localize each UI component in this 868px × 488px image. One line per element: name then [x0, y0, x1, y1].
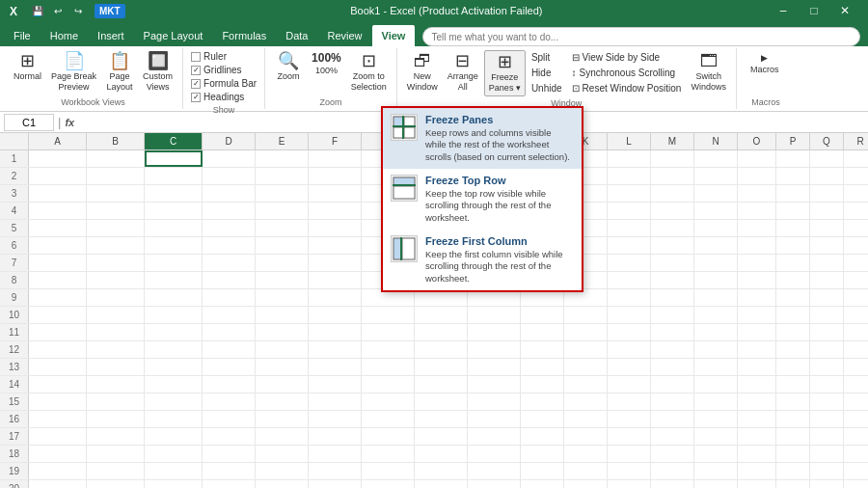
cell-B20[interactable]	[87, 480, 145, 488]
col-header-b[interactable]: B	[87, 133, 145, 149]
cell-A14[interactable]	[29, 376, 87, 393]
cell-L19[interactable]	[608, 463, 651, 479]
cell-E9[interactable]	[256, 289, 309, 306]
cell-C12[interactable]	[145, 341, 203, 358]
cell-D12[interactable]	[203, 341, 256, 358]
cell-R18[interactable]	[844, 446, 868, 462]
cell-K15[interactable]	[564, 393, 608, 410]
cell-N9[interactable]	[694, 289, 738, 306]
cell-D1[interactable]	[203, 150, 256, 167]
cell-M15[interactable]	[651, 393, 694, 410]
row-number-20[interactable]: 20	[0, 480, 29, 488]
cell-R16[interactable]	[844, 411, 868, 427]
cell-F8[interactable]	[309, 272, 362, 288]
row-number-8[interactable]: 8	[0, 272, 29, 288]
cell-F14[interactable]	[309, 376, 362, 393]
cell-E18[interactable]	[256, 446, 309, 462]
cell-C3[interactable]	[145, 185, 203, 202]
cell-R7[interactable]	[844, 255, 868, 271]
cell-R15[interactable]	[844, 393, 868, 410]
cell-P10[interactable]	[776, 307, 810, 323]
cell-F4[interactable]	[309, 203, 362, 219]
cell-E6[interactable]	[256, 237, 309, 254]
cell-F16[interactable]	[309, 411, 362, 427]
cell-B17[interactable]	[87, 428, 145, 445]
cell-M14[interactable]	[651, 376, 694, 393]
cell-F10[interactable]	[309, 307, 362, 323]
cell-P16[interactable]	[776, 411, 810, 427]
cell-L17[interactable]	[608, 428, 651, 445]
cell-D7[interactable]	[203, 255, 256, 271]
page-break-preview-btn[interactable]: 📄 Page BreakPreview	[47, 50, 100, 95]
cell-G16[interactable]	[362, 411, 415, 427]
cell-A10[interactable]	[29, 307, 87, 323]
cell-N17[interactable]	[694, 428, 738, 445]
cell-R9[interactable]	[844, 289, 868, 306]
cell-F9[interactable]	[309, 289, 362, 306]
cell-G13[interactable]	[362, 359, 415, 375]
cell-L3[interactable]	[608, 185, 651, 202]
cell-E12[interactable]	[256, 341, 309, 358]
cell-P13[interactable]	[776, 359, 810, 375]
cell-Q8[interactable]	[810, 272, 844, 288]
cell-ref-input[interactable]	[4, 114, 54, 131]
col-header-l[interactable]: L	[608, 133, 651, 149]
cell-N10[interactable]	[694, 307, 738, 323]
cell-M9[interactable]	[651, 289, 694, 306]
cell-Q5[interactable]	[810, 220, 844, 236]
cell-B3[interactable]	[87, 185, 145, 202]
cell-P20[interactable]	[776, 480, 810, 488]
sync-scrolling-btn[interactable]: ↕ Synchronous Scrolling	[568, 66, 686, 80]
formula-bar-checkbox[interactable]: ✓ Formula Bar	[189, 77, 258, 90]
cell-R8[interactable]	[844, 272, 868, 288]
cell-I18[interactable]	[468, 446, 521, 462]
cell-N19[interactable]	[694, 463, 738, 479]
row-number-17[interactable]: 17	[0, 428, 29, 445]
cell-C19[interactable]	[145, 463, 203, 479]
row-number-19[interactable]: 19	[0, 463, 29, 479]
cell-G20[interactable]	[362, 480, 415, 488]
cell-Q1[interactable]	[810, 150, 844, 167]
maximize-btn[interactable]: □	[799, 0, 829, 21]
cell-Q18[interactable]	[810, 446, 844, 462]
cell-Q7[interactable]	[810, 255, 844, 271]
cell-L6[interactable]	[608, 237, 651, 254]
col-header-c[interactable]: C	[145, 133, 203, 149]
cell-R12[interactable]	[844, 341, 868, 358]
cell-M20[interactable]	[651, 480, 694, 488]
cell-A11[interactable]	[29, 324, 87, 340]
cell-G12[interactable]	[362, 341, 415, 358]
cell-F20[interactable]	[309, 480, 362, 488]
cell-C20[interactable]	[145, 480, 203, 488]
freeze-panes-option[interactable]: Freeze Panes Keep rows and columns visib…	[383, 108, 582, 169]
cell-I10[interactable]	[468, 307, 521, 323]
cell-Q17[interactable]	[810, 428, 844, 445]
cell-O19[interactable]	[738, 463, 776, 479]
cell-C6[interactable]	[145, 237, 203, 254]
cell-H20[interactable]	[415, 480, 468, 488]
cell-L15[interactable]	[608, 393, 651, 410]
cell-D13[interactable]	[203, 359, 256, 375]
row-number-3[interactable]: 3	[0, 185, 29, 202]
cell-A4[interactable]	[29, 203, 87, 219]
undo-qa-btn[interactable]: ↩	[49, 2, 67, 19]
cell-O8[interactable]	[738, 272, 776, 288]
switch-windows-btn[interactable]: 🗔 SwitchWindows	[687, 50, 730, 95]
cell-J20[interactable]	[521, 480, 564, 488]
cell-L18[interactable]	[608, 446, 651, 462]
cell-F17[interactable]	[309, 428, 362, 445]
cell-F7[interactable]	[309, 255, 362, 271]
cell-K14[interactable]	[564, 376, 608, 393]
tab-view[interactable]: View	[372, 25, 416, 46]
col-header-a[interactable]: A	[29, 133, 87, 149]
cell-B2[interactable]	[87, 168, 145, 184]
tab-data[interactable]: Data	[276, 25, 317, 46]
cell-D8[interactable]	[203, 272, 256, 288]
tab-home[interactable]: Home	[41, 25, 88, 46]
cell-N18[interactable]	[694, 446, 738, 462]
cell-L5[interactable]	[608, 220, 651, 236]
cell-B14[interactable]	[87, 376, 145, 393]
reset-position-btn[interactable]: ⊡ Reset Window Position	[568, 81, 686, 95]
cell-L7[interactable]	[608, 255, 651, 271]
cell-Q19[interactable]	[810, 463, 844, 479]
